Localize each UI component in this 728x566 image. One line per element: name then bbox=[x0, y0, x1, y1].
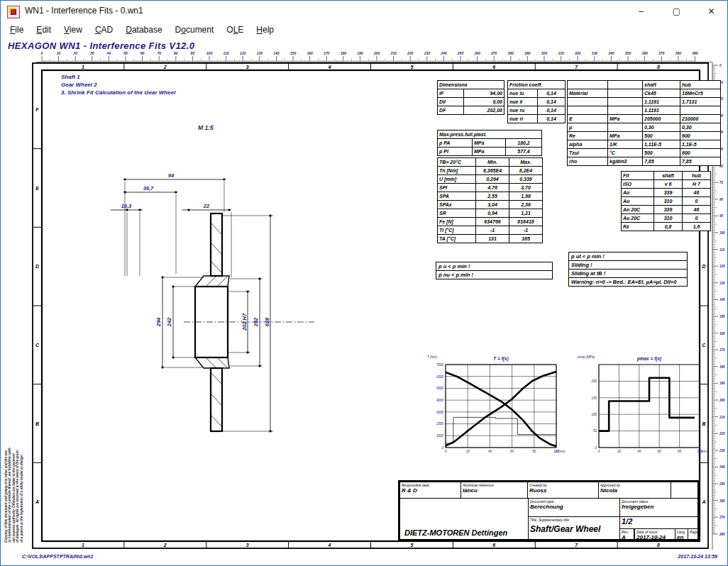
field-label: Rev. bbox=[620, 529, 634, 534]
cell: 0,8 bbox=[654, 223, 683, 231]
cell: nue ru bbox=[508, 106, 538, 115]
zone-label: 8 bbox=[657, 65, 660, 70]
titleblock-document-status: Document status freigegeben bbox=[619, 498, 698, 517]
titleblock-responsible-dept: Responsible dept. R & D bbox=[399, 482, 461, 499]
field-label: Approved by bbox=[599, 482, 671, 487]
titleblock-title: Title, Supplementary title Shaft/Gear Wh… bbox=[528, 516, 620, 540]
cell: Max. bbox=[509, 158, 543, 167]
table-row: TA [°C]131165 bbox=[438, 235, 543, 243]
field-value: 2017-10-24 bbox=[635, 534, 675, 540]
table-row: p PIMPa577,4 bbox=[438, 148, 542, 156]
cell bbox=[608, 123, 643, 132]
svg-text:2000: 2000 bbox=[436, 422, 444, 426]
shaft-section-drawing: 94 39,7 10,3 22 294 242 202 H7 262 628 bbox=[100, 164, 320, 440]
message-row: Warning: n>0 -> Bed.: EA=EI, µA=µI, DII=… bbox=[568, 277, 688, 287]
cell: 0,14 bbox=[538, 98, 566, 106]
cell: 1,98 bbox=[509, 192, 543, 201]
cell bbox=[680, 106, 721, 115]
cell: 7,85 bbox=[680, 157, 721, 166]
dim-94: 94 bbox=[168, 172, 175, 179]
cell: 0,14 bbox=[538, 89, 566, 98]
cell: 3,04 bbox=[476, 201, 509, 209]
svg-text:40: 40 bbox=[637, 450, 641, 453]
cell: H 7 bbox=[683, 180, 711, 189]
cell: alpha bbox=[568, 140, 608, 149]
table-row: Fitshafthub bbox=[622, 172, 711, 180]
x-axis-label: x [mm] bbox=[555, 450, 566, 453]
cell: nue ri bbox=[508, 115, 538, 123]
table-row: MaterialCk4516MnCr5 bbox=[568, 89, 721, 98]
field-value: Ruoss bbox=[528, 487, 598, 494]
part-outline bbox=[111, 179, 314, 431]
cell: 1,21 bbox=[509, 209, 543, 218]
cell: 205000 bbox=[643, 115, 680, 123]
dim-628: 628 bbox=[264, 317, 270, 326]
svg-text:100: 100 bbox=[591, 413, 597, 416]
cell: 1/K bbox=[608, 140, 643, 149]
cell bbox=[568, 98, 608, 106]
svg-text:0: 0 bbox=[595, 446, 597, 450]
cell: 0,14 bbox=[538, 115, 566, 123]
dimension-ticks bbox=[124, 179, 272, 433]
table-row: TB= 20°CMin.Max. bbox=[438, 158, 543, 167]
svg-text:80: 80 bbox=[532, 450, 536, 453]
dim-294: 294 bbox=[155, 317, 162, 327]
cell: shaft bbox=[643, 81, 680, 89]
cell bbox=[608, 98, 643, 106]
zone-label: D bbox=[702, 264, 705, 269]
cell: MPa bbox=[473, 139, 506, 148]
field-label: Title, Supplementary title bbox=[529, 517, 619, 522]
cell: MPa bbox=[608, 132, 643, 140]
cell: 339 bbox=[654, 206, 683, 214]
svg-text:60: 60 bbox=[510, 450, 514, 453]
table-header: Max.press.full.plast. bbox=[438, 131, 542, 139]
titleblock-sheet: 1/2 bbox=[619, 516, 698, 529]
fit-table: FitshafthubISOv 6H 7Ao33946Au3100Ao 20C3… bbox=[621, 171, 711, 231]
zone-label: 1 bbox=[82, 543, 84, 548]
titleblock-page: Page bbox=[688, 528, 698, 540]
titleblock-created-by: Created by Ruoss bbox=[527, 482, 599, 499]
extension-lines bbox=[125, 182, 273, 431]
table-header: Friction coeff. bbox=[508, 81, 566, 89]
table-row: ISOv 6H 7 bbox=[622, 180, 711, 189]
zone-label: 4 bbox=[328, 543, 331, 548]
svg-text:40: 40 bbox=[488, 450, 492, 453]
cell: 1,11E-5 bbox=[643, 140, 680, 149]
dim-202-h7: 202 H7 bbox=[241, 313, 248, 331]
zone-label: 5 bbox=[410, 65, 413, 70]
cell: 0,30 bbox=[643, 123, 680, 132]
cell: hub bbox=[680, 81, 721, 89]
dim-242: 242 bbox=[166, 317, 172, 327]
titleblock-lang: Lang. en bbox=[675, 528, 688, 540]
zone-label: 1 bbox=[82, 65, 84, 70]
table-row: SPI4,763,70 bbox=[438, 184, 543, 192]
cell: MPa bbox=[473, 148, 506, 156]
cell: 8,2E4 bbox=[509, 167, 543, 175]
zone-label: B bbox=[35, 421, 39, 426]
cell: 16MnCr5 bbox=[680, 89, 721, 98]
drawing-title: Shaft/Gear Wheel bbox=[529, 524, 619, 534]
zone-label: C bbox=[35, 343, 40, 348]
cell: Au 20C bbox=[622, 214, 654, 223]
cell: DII bbox=[438, 98, 464, 106]
titleblock-empty-cell bbox=[671, 482, 698, 499]
table-row: nue ru0,14 bbox=[508, 106, 566, 115]
copyright-note: Copying of this document and giving it t… bbox=[4, 392, 23, 543]
cell: °C bbox=[608, 149, 643, 157]
cell: 0,30 bbox=[680, 123, 721, 132]
cell: kg/dm3 bbox=[608, 157, 643, 166]
cell: 816418 bbox=[509, 218, 543, 226]
titleblock-company-cell: DIETZ-MOTOREN Dettingen bbox=[399, 498, 529, 540]
zone-label: 6 bbox=[492, 543, 495, 548]
note-gearwheel: Gear Wheel 2 bbox=[61, 82, 97, 88]
field-value: freigegeben bbox=[620, 504, 697, 510]
svg-text:7000: 7000 bbox=[436, 363, 444, 367]
table-row: EMPa205000210000 bbox=[568, 115, 721, 123]
cell: TB= 20°C bbox=[438, 158, 476, 167]
chart-series bbox=[446, 417, 556, 443]
cell: TI [°C] bbox=[438, 226, 476, 235]
table-row: DF202,00 bbox=[438, 106, 504, 115]
field-label: Technical reference bbox=[461, 482, 527, 487]
field-label: Document type bbox=[529, 499, 619, 504]
table-row: Ao33946 bbox=[622, 189, 711, 197]
